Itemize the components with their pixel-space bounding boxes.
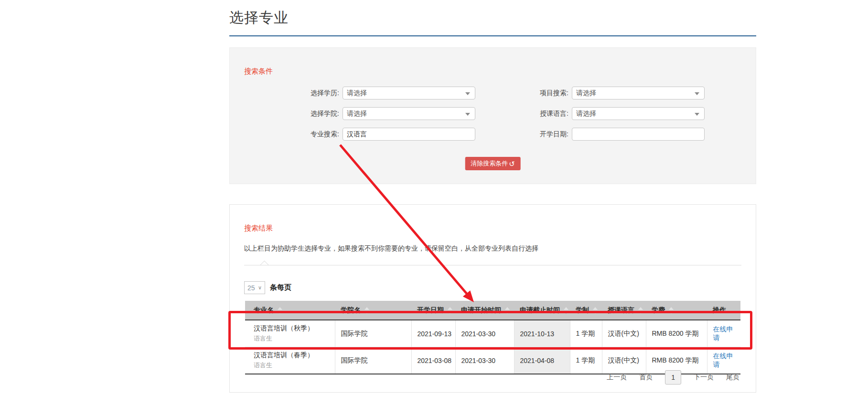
results-table: 专业名 学院名 开学日期 申请开始时间 申请截止时间 学制 授课语言 学费 操作… (245, 301, 740, 374)
project-select-value: 请选择 (576, 89, 596, 98)
col-header-tuition[interactable]: 学费 (646, 301, 707, 320)
col-header-action: 操作 (707, 301, 740, 320)
col-header-major[interactable]: 专业名 (245, 301, 335, 320)
sort-icon (505, 307, 510, 314)
clear-search-label: 清除搜索条件 (471, 159, 508, 168)
cell-apply-end: 2021-04-08 (514, 347, 570, 374)
college-select-value: 请选择 (347, 110, 367, 118)
student-type-label: 语言生 (254, 334, 332, 343)
page-size-label: 条每页 (270, 283, 291, 292)
page-content: 选择专业 搜索条件 选择学历: 请选择 项目搜索: 请选择 选择学院: 请选择 … (229, 0, 756, 36)
search-results-panel: 搜索结果 以上栏目为协助学生选择专业，如果搜索不到你需要的专业，请保留空白，从全… (229, 204, 756, 393)
pagination-prev[interactable]: 上一页 (607, 373, 627, 382)
sort-icon (669, 307, 674, 314)
divider-caret-notch (259, 261, 269, 265)
apply-online-link[interactable]: 在线申请 (713, 325, 733, 341)
sort-icon (278, 307, 282, 314)
project-label: 项目搜索: (525, 89, 568, 98)
field-major-search: 专业搜索: (295, 128, 475, 141)
sort-icon (448, 307, 452, 314)
college-select[interactable]: 请选择 (343, 107, 475, 120)
col-header-start-date[interactable]: 开学日期 (411, 301, 455, 320)
results-helper-note: 以上栏目为协助学生选择专业，如果搜索不到你需要的专业，请保留空白，从全部专业列表… (244, 244, 538, 253)
sort-icon-active-desc (564, 307, 568, 314)
page-size-select[interactable]: 25 ∨ (244, 281, 265, 294)
teaching-language-select[interactable]: 请选择 (572, 107, 705, 120)
pagination-first[interactable]: 首页 (639, 373, 653, 382)
pagination: 上一页 首页 1 下一页 尾页 (607, 370, 739, 385)
cell-major: 汉语言培训（秋季） 语言生 (245, 320, 335, 347)
col-header-language[interactable]: 授课语言 (602, 301, 646, 320)
page-size-row: 25 ∨ 条每页 (244, 281, 291, 294)
pagination-last[interactable]: 尾页 (726, 373, 739, 382)
college-label: 选择学院: (295, 110, 339, 118)
degree-label: 选择学历: (295, 89, 339, 98)
search-results-title: 搜索结果 (244, 224, 273, 233)
search-criteria-panel: 搜索条件 选择学历: 请选择 项目搜索: 请选择 选择学院: 请选择 授课语言:… (229, 47, 756, 184)
cell-apply-end: 2021-10-13 (514, 320, 570, 347)
teaching-language-select-value: 请选择 (576, 110, 596, 118)
col-header-duration[interactable]: 学制 (570, 301, 602, 320)
apply-online-link[interactable]: 在线申请 (713, 352, 733, 368)
sort-icon (593, 307, 598, 314)
degree-select[interactable]: 请选择 (343, 87, 475, 99)
pagination-next[interactable]: 下一页 (694, 373, 714, 382)
field-degree: 选择学历: 请选择 (295, 87, 475, 99)
cell-major: 汉语言培训（春季） 语言生 (245, 347, 335, 374)
page-size-value: 25 (247, 284, 255, 292)
cell-start-date: 2021-09-13 (411, 320, 455, 347)
col-header-college[interactable]: 学院名 (335, 301, 411, 320)
teaching-language-label: 授课语言: (525, 110, 568, 118)
reset-icon: ↺ (509, 160, 515, 167)
start-date-input[interactable] (572, 128, 705, 141)
sort-icon (364, 307, 369, 314)
major-search-input[interactable] (343, 128, 475, 141)
pagination-current-page[interactable]: 1 (665, 370, 681, 385)
field-project: 项目搜索: 请选择 (525, 87, 705, 99)
chevron-down-icon: ∨ (258, 285, 262, 291)
cell-tuition: RMB 8200 学期 (646, 320, 707, 347)
start-date-label: 开学日期: (525, 130, 568, 139)
table-header-row: 专业名 学院名 开学日期 申请开始时间 申请截止时间 学制 授课语言 学费 操作 (245, 301, 740, 320)
field-start-date: 开学日期: (525, 128, 705, 141)
field-college: 选择学院: 请选择 (295, 107, 475, 120)
student-type-label: 语言生 (254, 361, 332, 370)
cell-language: 汉语(中文) (602, 320, 646, 347)
cell-duration: 1 学期 (570, 347, 602, 374)
results-divider (244, 265, 741, 265)
cell-start-date: 2021-03-08 (411, 347, 455, 374)
cell-apply-start: 2021-03-30 (455, 347, 514, 374)
col-header-apply-end[interactable]: 申请截止时间 (514, 301, 570, 320)
field-teaching-language: 授课语言: 请选择 (525, 107, 705, 120)
col-header-apply-start[interactable]: 申请开始时间 (455, 301, 514, 320)
degree-select-value: 请选择 (347, 89, 367, 98)
cell-college: 国际学院 (335, 320, 411, 347)
major-search-label: 专业搜索: (295, 130, 339, 139)
cell-college: 国际学院 (335, 347, 411, 374)
project-select[interactable]: 请选择 (572, 87, 705, 99)
sort-icon (638, 307, 643, 314)
table-row-autumn-program: 汉语言培训（秋季） 语言生 国际学院 2021-09-13 2021-03-30… (245, 320, 740, 347)
search-criteria-title: 搜索条件 (244, 67, 273, 76)
clear-search-button[interactable]: 清除搜索条件 ↺ (465, 157, 521, 170)
cell-duration: 1 学期 (570, 320, 602, 347)
cell-apply-start: 2021-03-30 (455, 320, 514, 347)
page-title: 选择专业 (229, 0, 756, 36)
